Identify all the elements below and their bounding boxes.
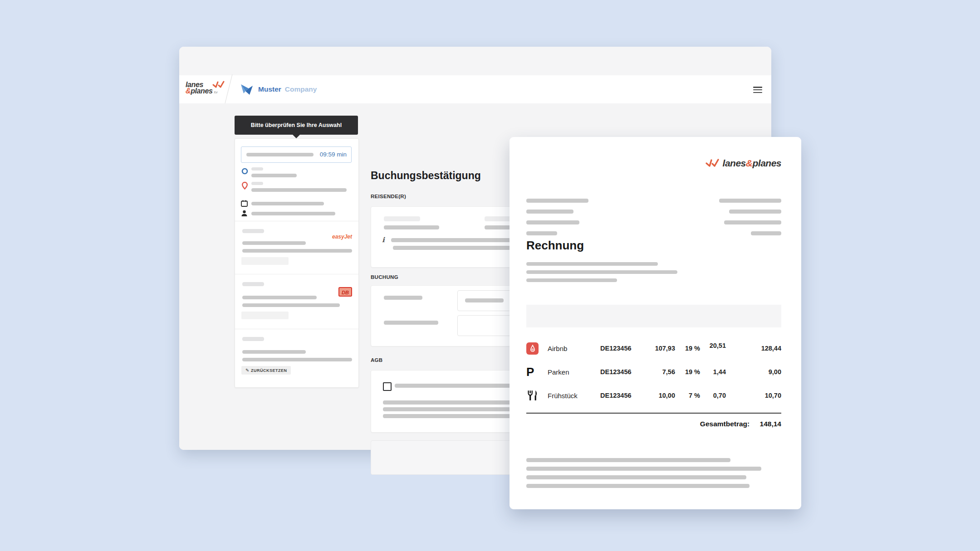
placeholder-bar — [526, 484, 750, 488]
placeholder-bar — [384, 225, 439, 229]
invoice-row-fruehstueck: Frühstück DE123456 10,00 7 % 0,70 10,70 — [526, 384, 781, 407]
placeholder-bar — [526, 262, 658, 266]
origin-circle-icon — [241, 167, 249, 175]
tooltip-arrow — [292, 134, 300, 138]
invoice-brand-ampersand: & — [746, 158, 753, 168]
invoice-document: lanes&planes Rechnung Airbnb — [510, 137, 801, 509]
invoice-total-label: Gesamtbetrag: — [700, 420, 750, 428]
timer-countdown: 09:59 min — [320, 147, 347, 162]
invoice-cell-name: Airbnb — [548, 345, 600, 352]
placeholder-bar — [242, 229, 264, 233]
placeholder-bar — [526, 458, 730, 462]
bird-icon — [705, 158, 720, 168]
brand-word-2: planes — [191, 87, 212, 95]
invoice-cell-gross: 9,00 — [726, 368, 781, 375]
section-divider — [235, 274, 358, 274]
invoice-total-row: Gesamtbetrag: 148,14 — [526, 420, 781, 428]
terms-checkbox[interactable] — [383, 382, 392, 391]
header-divider — [225, 74, 233, 105]
travelers-section-label: REISENDE(R) — [371, 194, 406, 199]
invoice-cell-net: 107,93 — [650, 345, 675, 352]
invoice-cell-tax-id: DE123456 — [600, 345, 650, 352]
reset-button-label: ZURÜCKSETZEN — [251, 368, 287, 373]
pencil-icon: ✎ — [245, 368, 250, 373]
invoice-row-airbnb: Airbnb DE123456 107,93 19 % 20,51 128,44 — [526, 336, 781, 360]
calendar-icon — [240, 200, 248, 207]
placeholder-bar — [246, 153, 314, 156]
invoice-table: Airbnb DE123456 107,93 19 % 20,51 128,44… — [526, 336, 781, 407]
invoice-cell-tax-id: DE123456 — [600, 368, 650, 375]
placeholder-bar — [526, 278, 617, 282]
company-bird-icon — [239, 82, 255, 97]
invoice-cell-gross: 128,44 — [726, 345, 781, 352]
lanes-planes-logo[interactable]: lanes &planesfor — [186, 82, 218, 96]
placeholder-bar — [719, 199, 781, 203]
placeholder-bar — [251, 188, 347, 192]
browser-toolbar — [179, 47, 771, 76]
invoice-cell-vat-amount: 20,51 — [700, 342, 726, 349]
company-name-primary: Muster — [258, 85, 281, 93]
placeholder-bar — [384, 296, 422, 300]
invoice-cell-gross: 10,70 — [726, 392, 781, 399]
invoice-cell-vat-amount: 1,44 — [700, 368, 726, 375]
placeholder-bar — [242, 282, 264, 286]
placeholder-bar — [729, 210, 781, 214]
selection-tooltip: Bitte überprüfen Sie Ihre Auswahl — [235, 116, 358, 135]
timer-box: 09:59 min — [241, 146, 352, 163]
placeholder-bar — [751, 231, 781, 235]
placeholder-bar — [251, 167, 263, 171]
invoice-cell-name: Parken — [548, 368, 600, 376]
deutsche-bahn-logo: DB — [338, 287, 352, 297]
invoice-table-header — [526, 305, 781, 327]
placeholder-bar — [724, 220, 781, 224]
invoice-row-parken: P Parken DE123456 7,56 19 % 1,44 9,00 — [526, 360, 781, 384]
invoice-cell-vat-rate: 19 % — [675, 368, 700, 375]
company-logo[interactable]: Muster Company — [239, 81, 317, 98]
placeholder-bar — [242, 296, 317, 299]
section-divider — [235, 329, 358, 329]
brand-suffix: for — [214, 90, 217, 94]
reset-button[interactable]: ✎ ZURÜCKSETZEN — [241, 366, 291, 375]
placeholder-bar — [251, 212, 335, 215]
placeholder-bar — [251, 174, 297, 177]
placeholder-block — [241, 312, 289, 319]
placeholder-bar — [526, 210, 573, 214]
bird-icon — [212, 81, 225, 89]
placeholder-bar — [526, 199, 588, 203]
placeholder-bar — [242, 337, 264, 341]
placeholder-bar — [251, 182, 263, 185]
invoice-cell-name: Frühstück — [548, 392, 600, 400]
invoice-total-divider — [526, 413, 781, 414]
placeholder-bar — [242, 358, 352, 361]
placeholder-bar — [242, 350, 306, 354]
placeholder-bar — [485, 216, 513, 221]
invoice-cell-net: 7,56 — [650, 368, 675, 375]
booking-section-label: BUCHUNG — [371, 274, 398, 280]
breakfast-icon — [526, 390, 538, 401]
page-title: Buchungsbestätigung — [371, 170, 481, 182]
brand-ampersand: & — [186, 87, 191, 95]
placeholder-bar — [384, 216, 420, 221]
invoice-cell-vat-rate: 19 % — [675, 345, 700, 352]
app-header: lanes &planesfor Muster Company — [179, 75, 771, 104]
section-divider — [235, 221, 358, 221]
parking-icon: P — [526, 366, 548, 378]
invoice-cell-tax-id: DE123456 — [600, 392, 650, 399]
invoice-cell-vat-amount: 0,70 — [700, 392, 726, 399]
easyjet-logo: easyJet — [332, 234, 352, 240]
person-icon — [240, 210, 248, 217]
placeholder-bar — [242, 303, 340, 307]
invoice-total-value: 148,14 — [760, 420, 781, 428]
invoice-brand-word-1: lanes — [723, 158, 746, 168]
placeholder-bar — [526, 270, 677, 274]
airbnb-icon — [526, 342, 539, 355]
tooltip-text: Bitte überprüfen Sie Ihre Auswahl — [251, 122, 342, 128]
destination-pin-icon — [241, 181, 249, 191]
menu-icon[interactable] — [753, 87, 762, 93]
invoice-title: Rechnung — [526, 239, 584, 253]
placeholder-bar — [526, 467, 761, 471]
placeholder-block — [241, 257, 289, 265]
selection-summary-card: 09:59 min — [235, 138, 359, 388]
placeholder-bar — [242, 249, 352, 253]
invoice-cell-vat-rate: 7 % — [675, 392, 700, 399]
